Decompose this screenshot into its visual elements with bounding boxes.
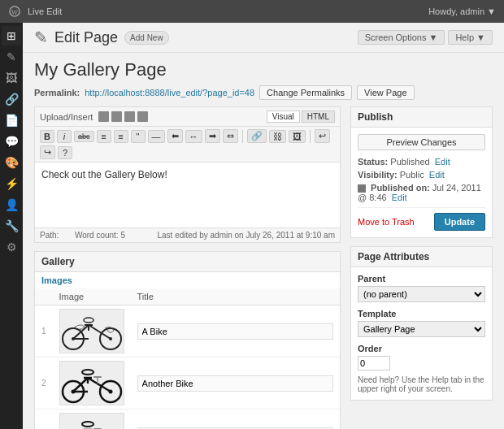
col-image: Image (53, 288, 131, 306)
svg-point-21 (82, 370, 93, 375)
published-label: Published on: (371, 183, 430, 193)
editor-help-button[interactable]: ? (58, 146, 72, 159)
page-title: Edit Page (54, 29, 118, 46)
upload-insert-label: Upload/Insert (40, 112, 93, 122)
svg-line-16 (73, 378, 88, 392)
template-select[interactable]: Gallery Page (358, 321, 485, 337)
align-full-button[interactable]: ⇔ (223, 129, 238, 143)
wp-logo: W (8, 5, 21, 18)
media-other-icon[interactable] (137, 111, 148, 122)
order-input[interactable] (358, 356, 390, 370)
publish-box: Publish Preview Changes Status: Publishe… (350, 106, 493, 238)
trash-link[interactable]: Move to Trash (358, 217, 415, 227)
media-video-icon[interactable] (111, 111, 122, 122)
align-right-button[interactable]: ➡ (205, 129, 220, 143)
menu-links[interactable]: 🔗 (2, 89, 21, 109)
editor-text: Check out the Gallery Below! (41, 169, 167, 180)
publish-date: Published on: Jul 24, 2011 @ 8:46 Edit (358, 183, 485, 202)
gallery-img-cell (53, 306, 131, 358)
undo-button[interactable]: ↩ (315, 129, 330, 143)
align-left-button[interactable]: ⬅ (167, 129, 183, 143)
page-display-title: My Gallery Page (34, 59, 493, 80)
page-attributes-box: Page Attributes Parent (no parent) Templ… (350, 246, 493, 401)
svg-text:W: W (11, 8, 19, 16)
permalink-row: Permalink: http://localhost:8888/live_ed… (34, 85, 493, 100)
menu-pages[interactable]: 📄 (2, 110, 21, 130)
menu-dashboard[interactable]: ⊞ (2, 26, 21, 46)
ol-button[interactable]: ≡ (114, 130, 128, 143)
gallery-title-cell (131, 410, 340, 430)
gallery-title-input[interactable] (137, 375, 333, 392)
menu-settings[interactable]: ⚙ (2, 237, 21, 257)
menu-tools[interactable]: 🔧 (2, 216, 21, 236)
gallery-images-label: Images (35, 272, 340, 288)
howdy-label: Howdy, admin ▼ (428, 6, 496, 16)
template-label: Template (358, 309, 485, 318)
screen-options-button[interactable]: Screen Options ▼ (358, 30, 445, 45)
media-audio-icon[interactable] (124, 111, 135, 122)
visibility-edit-link[interactable]: Edit (429, 170, 445, 180)
admin-bar: W Live Edit Howdy, admin ▼ (0, 0, 504, 23)
page-title-text: Edit Page (54, 29, 118, 46)
published-edit-link[interactable]: Edit (392, 193, 407, 202)
publish-status: Status: Published Edit (358, 157, 485, 167)
html-tab[interactable]: HTML (302, 110, 335, 123)
editor-content[interactable]: Check out the Gallery Below! (35, 162, 340, 228)
page-attributes-header: Page Attributes (351, 247, 492, 267)
gallery-title-input[interactable] (137, 323, 333, 340)
strikethrough-button[interactable]: abc (74, 131, 94, 142)
svg-line-6 (73, 325, 89, 339)
align-center-button[interactable]: ↔ (185, 130, 202, 143)
blockquote-button[interactable]: " (131, 130, 146, 143)
path-label: Path: (40, 231, 59, 240)
gallery-row-num: 3 (35, 410, 53, 430)
permalink-label: Permalink: (34, 88, 80, 98)
gallery-row: 3 (35, 410, 340, 430)
word-count: Word count: 5 (75, 231, 125, 240)
italic-button[interactable]: i (57, 130, 72, 143)
media-image-icon[interactable] (98, 111, 109, 122)
editor-footer: Path: Word count: 5 Last edited by admin… (35, 228, 340, 242)
bold-button[interactable]: B (40, 130, 54, 143)
col-num (35, 288, 53, 306)
last-edited: Last edited by admin on July 26, 2011 at… (158, 231, 335, 240)
add-new-button[interactable]: Add New (124, 31, 169, 45)
redo-button[interactable]: ↪ (40, 145, 55, 159)
parent-label: Parent (358, 274, 485, 284)
status-edit-link[interactable]: Edit (435, 157, 450, 167)
ul-button[interactable]: ≡ (97, 130, 111, 143)
page-attributes-body: Parent (no parent) Template Gallery Page… (351, 267, 492, 400)
attr-help-text: Need help? Use the Help tab in the upper… (358, 375, 485, 393)
top-row: ✎ Edit Page Add New Screen Options ▼ Hel… (23, 23, 504, 53)
permalink-url[interactable]: http://localhost:8888/live_edit/?page_id… (85, 88, 254, 98)
menu-plugins[interactable]: ⚡ (2, 174, 21, 193)
update-button[interactable]: Update (434, 213, 485, 231)
svg-point-10 (84, 318, 93, 323)
visibility-value: Public (400, 170, 424, 180)
help-button[interactable]: Help ▼ (448, 30, 493, 45)
menu-comments[interactable]: 💬 (2, 132, 21, 151)
gallery-title-cell (131, 306, 340, 358)
link-button[interactable]: 🔗 (247, 129, 267, 143)
toolbar-divider2 (310, 130, 311, 143)
svg-point-33 (82, 422, 93, 427)
status-label: Status: (358, 157, 388, 167)
gallery-img-cell (53, 410, 131, 430)
editor-toolbar-format: B i abc ≡ ≡ " — ⬅ ↔ ➡ ⇔ 🔗 (35, 127, 340, 162)
editor-toolbar-top: Upload/Insert Visual HTML (35, 107, 340, 127)
menu-posts[interactable]: ✎ (2, 47, 21, 67)
visual-tab[interactable]: Visual (267, 110, 300, 123)
toolbar-divider (242, 130, 243, 143)
unlink-button[interactable]: ⛓ (269, 130, 286, 143)
preview-changes-button[interactable]: Preview Changes (358, 134, 485, 150)
menu-users[interactable]: 👤 (2, 195, 21, 214)
view-page-button[interactable]: View Page (357, 85, 414, 100)
svg-rect-22 (93, 376, 102, 378)
menu-media[interactable]: 🖼 (2, 68, 21, 88)
hr-button[interactable]: — (148, 130, 165, 143)
change-permalinks-button[interactable]: Change Permalinks (259, 85, 352, 100)
publish-actions: Move to Trash Update (358, 213, 485, 231)
parent-select[interactable]: (no parent) (358, 286, 485, 302)
menu-appearance[interactable]: 🎨 (2, 153, 21, 172)
image-button[interactable]: 🖼 (289, 130, 306, 143)
